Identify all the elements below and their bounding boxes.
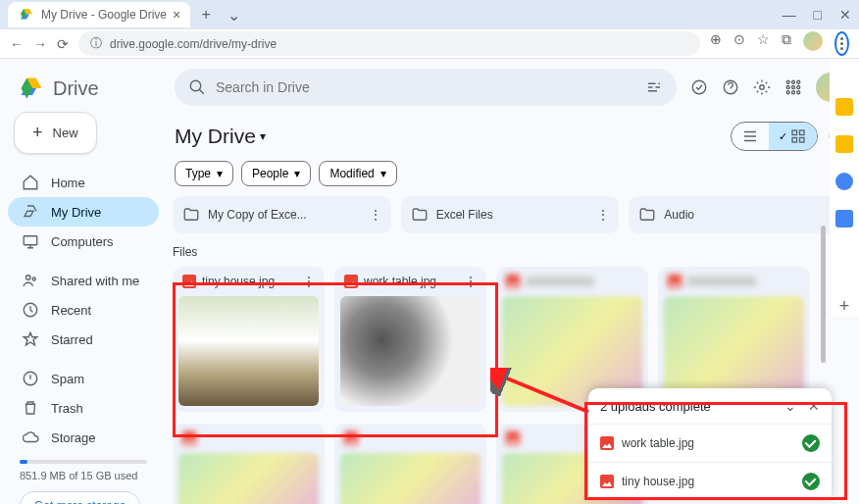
offline-icon[interactable] [690,78,708,96]
search-input[interactable] [216,79,635,95]
plus-icon: + [32,123,43,143]
file-menu-icon[interactable]: ⋮ [303,275,315,288]
sidebar-item-spam[interactable]: Spam [8,364,159,393]
brand-text: Drive [53,77,99,100]
tab-dropdown-icon[interactable]: ⌄ [227,6,240,25]
upload-item[interactable]: tiny house.jpg [588,462,832,500]
tasks-icon[interactable] [835,173,853,190]
help-icon[interactable] [722,78,739,96]
sidebar-item-computers[interactable]: Computers [8,227,159,256]
upload-item[interactable]: work table.jpg [588,424,832,462]
page-title[interactable]: My Drive ▾ [175,125,266,148]
sidebar-item-home[interactable]: Home [8,168,159,197]
forward-icon[interactable]: → [33,36,47,52]
svg-point-8 [760,85,765,90]
filter-modified[interactable]: Modified▾ [319,161,396,186]
folder-icon [411,206,429,224]
keep-icon[interactable] [835,135,853,153]
file-thumbnail [340,296,480,406]
trash-icon [22,399,39,417]
url-text: drive.google.com/drive/my-drive [110,37,277,51]
recent-icon [22,301,39,319]
shared-icon [22,272,39,289]
new-button[interactable]: + New [14,112,97,154]
file-card[interactable]: work table.jpg⋮ [334,267,486,412]
addons-plus-icon[interactable]: + [839,296,850,317]
view-toggle: ✓ [731,122,818,151]
svg-point-16 [792,91,795,94]
computers-icon [22,232,39,250]
browser-tab[interactable]: My Drive - Google Drive × [8,2,190,27]
new-tab-button[interactable]: + [196,5,216,25]
browser-tab-bar: My Drive - Google Drive × + ⌄ — □ ✕ [0,0,859,29]
search-box[interactable] [175,69,677,106]
image-icon [600,436,614,450]
svg-rect-0 [24,236,37,245]
site-info-icon[interactable]: ⓘ [90,35,102,52]
image-icon [600,475,614,488]
file-thumbnail [178,296,319,406]
folder-icon [638,206,656,224]
chevron-down-icon: ▾ [380,167,386,180]
file-menu-icon[interactable]: ⋮ [465,275,477,288]
extensions-icon[interactable]: ⧉ [782,31,791,56]
image-icon [182,275,196,288]
profile-avatar-small[interactable] [803,31,823,51]
filter-people[interactable]: People▾ [241,161,311,186]
search-options-icon[interactable] [645,78,663,96]
side-panel: + [830,59,859,317]
file-card-blurred[interactable] [334,424,486,504]
title-dropdown-icon: ▾ [260,129,266,143]
success-check-icon [802,434,820,452]
zoom-icon[interactable]: ⊙ [733,31,745,56]
upload-header-text: 2 uploads complete [600,399,711,414]
minimize-icon[interactable]: — [783,7,796,23]
apps-icon[interactable] [784,78,802,96]
url-field[interactable]: ⓘ drive.google.com/drive/my-drive [78,31,700,56]
maximize-icon[interactable]: □ [814,7,822,23]
collapse-icon[interactable]: ⌄ [784,398,796,414]
browser-menu-icon[interactable] [834,31,849,56]
list-view-button[interactable] [732,123,769,150]
sidebar-item-starred[interactable]: Starred [8,325,159,354]
close-tab-icon[interactable]: × [173,7,180,23]
scrollbar[interactable] [821,226,826,363]
folder-icon [182,206,200,224]
folder-card[interactable]: Audio⋮ [629,196,847,233]
home-icon [22,174,39,191]
chevron-down-icon: ▾ [294,167,300,180]
install-icon[interactable]: ⊕ [710,31,722,56]
svg-point-9 [786,80,789,83]
browser-url-bar: ← → ⟳ ⓘ drive.google.com/drive/my-drive … [0,29,859,59]
svg-point-11 [797,80,800,83]
tab-title: My Drive - Google Drive [41,8,167,22]
close-upload-icon[interactable]: ✕ [808,398,820,414]
sidebar-item-recent[interactable]: Recent [8,295,159,325]
grid-view-button[interactable]: ✓ [769,123,817,150]
folder-menu-icon[interactable]: ⋮ [370,208,381,222]
reload-icon[interactable]: ⟳ [57,36,69,52]
close-window-icon[interactable]: ✕ [839,7,851,23]
sidebar-item-trash[interactable]: Trash [8,393,159,423]
back-icon[interactable]: ← [10,36,24,52]
contacts-icon[interactable] [835,210,853,227]
file-card[interactable]: tiny house.jpg⋮ [173,267,325,412]
svg-rect-21 [800,138,805,143]
calendar-icon[interactable] [835,98,853,116]
svg-rect-18 [792,130,797,135]
folder-card[interactable]: Excel Files⋮ [401,196,620,233]
sidebar-item-mydrive[interactable]: My Drive [8,197,159,227]
sidebar-item-shared[interactable]: Shared with me [8,266,159,295]
sidebar-item-storage[interactable]: Storage [8,423,159,452]
folder-card[interactable]: My Copy of Exce...⋮ [173,196,391,233]
settings-icon[interactable] [753,78,771,96]
svg-point-12 [786,86,789,89]
filter-type[interactable]: Type▾ [175,161,233,186]
svg-rect-19 [800,130,805,135]
upload-panel: 2 uploads complete ⌄ ✕ work table.jpg ti… [588,388,832,500]
bookmark-icon[interactable]: ☆ [757,31,770,56]
drive-brand[interactable]: Drive [8,71,159,106]
file-card-blurred[interactable] [173,424,325,504]
folder-menu-icon[interactable]: ⋮ [597,208,609,222]
get-more-storage-button[interactable]: Get more storage [20,491,140,504]
